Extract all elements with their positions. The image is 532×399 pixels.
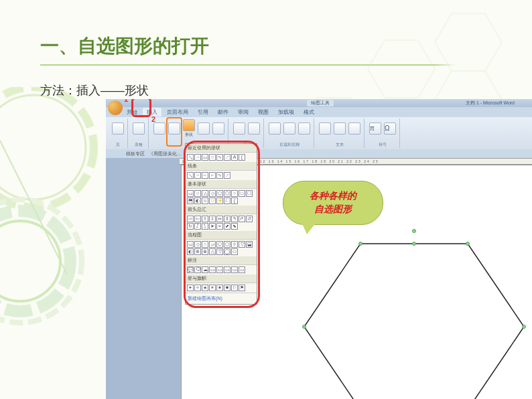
shape-item[interactable]: ○ <box>194 190 201 197</box>
shape-item[interactable]: ⬡ <box>224 241 230 248</box>
rotation-handle[interactable] <box>412 229 416 233</box>
shape-item[interactable]: ◇ <box>209 190 216 197</box>
tab-review[interactable]: 审阅 <box>234 108 253 116</box>
hyperlink-button[interactable] <box>232 118 246 139</box>
shape-item[interactable]: ◐ <box>187 248 194 255</box>
smartart-button[interactable] <box>197 118 210 139</box>
shape-item[interactable]: ▱ <box>209 241 216 248</box>
shape-item[interactable]: ⤵ <box>202 223 208 230</box>
table-button[interactable] <box>132 118 145 139</box>
shape-item[interactable]: ⇩ <box>209 216 216 222</box>
shape-item[interactable]: ⬡ <box>224 190 230 197</box>
shape-item[interactable]: ➤ <box>209 223 216 230</box>
shape-item[interactable]: 🗨 <box>194 266 201 273</box>
shape-item[interactable]: ⌐ <box>209 172 216 179</box>
bookmark-button[interactable] <box>247 118 261 139</box>
shape-item[interactable]: ＼ <box>187 172 194 179</box>
shape-item[interactable]: ⬭ <box>239 190 245 197</box>
shape-item[interactable]: ⬓ <box>246 241 253 248</box>
shape-item[interactable]: ⬊ <box>231 223 238 230</box>
shape-item[interactable]: ▽ <box>239 241 245 248</box>
shape-item[interactable]: ○ <box>231 190 238 197</box>
shape-item[interactable]: ⬈ <box>224 223 230 230</box>
shapes-button[interactable]: 形状 <box>182 118 196 139</box>
header-button[interactable] <box>268 118 281 139</box>
shape-item[interactable]: ⚐ <box>231 285 238 291</box>
shape-item[interactable]: ⇨ <box>187 216 194 222</box>
shape-item[interactable]: ✷ <box>216 285 223 291</box>
shape-item[interactable]: ✦ <box>187 285 194 291</box>
tab-format[interactable]: 格式 <box>300 108 318 116</box>
shape-item[interactable]: ⬒ <box>187 197 194 204</box>
selection-handle[interactable] <box>466 242 470 246</box>
shape-item[interactable]: △ <box>209 248 216 255</box>
tab-mailings[interactable]: 邮件 <box>214 108 232 116</box>
shape-item[interactable]: 💬 <box>187 266 194 273</box>
shape-item[interactable]: ▽ <box>216 248 223 255</box>
tab-view[interactable]: 视图 <box>254 108 273 116</box>
shape-item[interactable]: ⬠ <box>216 241 223 248</box>
qat-item[interactable]: 模板专区 <box>126 151 145 157</box>
shape-item[interactable]: ▭ <box>187 241 194 248</box>
shape-item[interactable]: ◐ <box>194 197 201 204</box>
shape-item[interactable]: ✸ <box>224 285 230 291</box>
chart-button[interactable] <box>212 118 225 139</box>
shape-item[interactable]: ▭ <box>209 266 216 273</box>
shape-item[interactable]: ☾ <box>224 197 230 204</box>
shape-item[interactable]: ★ <box>202 285 208 291</box>
shape-item[interactable]: ➢ <box>216 223 223 230</box>
shape-item[interactable]: ↺ <box>246 216 253 222</box>
shape-item[interactable]: ✧ <box>194 285 201 291</box>
shape-item[interactable]: ♡ <box>209 197 216 204</box>
shape-item[interactable]: ▭ <box>239 266 245 273</box>
footer-button[interactable] <box>283 118 296 139</box>
shape-item[interactable]: ⚡ <box>216 197 223 204</box>
shape-text-icon[interactable]: A <box>231 154 238 161</box>
shape-item[interactable]: ▭ <box>216 266 223 273</box>
shape-item[interactable]: ⇧ <box>202 216 208 222</box>
shape-oval-icon[interactable]: ○ <box>209 154 216 161</box>
shape-item[interactable]: ◇ <box>194 241 201 248</box>
shape-item[interactable]: ▭ <box>187 190 194 197</box>
shape-item[interactable]: ↱ <box>239 216 245 222</box>
shape-item[interactable]: ⇕ <box>224 216 230 222</box>
shape-item[interactable]: ☁ <box>202 266 208 273</box>
shape-item[interactable]: ⤴ <box>194 223 201 230</box>
selection-handle[interactable] <box>412 242 416 246</box>
shape-line-icon[interactable]: ＼ <box>187 154 194 161</box>
shape-rect-icon[interactable]: ▭ <box>202 154 208 161</box>
selection-handle[interactable] <box>358 242 362 246</box>
cover-page-button[interactable] <box>111 118 125 139</box>
shape-item[interactable]: ↻ <box>187 223 194 230</box>
shape-item[interactable]: ▭ <box>231 266 238 273</box>
hexagon-shape-selected[interactable] <box>300 240 528 399</box>
shape-item[interactable]: ◯ <box>224 248 230 255</box>
dropcap-button[interactable] <box>348 118 361 139</box>
shape-item[interactable]: ⇔ <box>216 216 223 222</box>
shape-item[interactable]: ( <box>231 197 238 204</box>
selection-handle[interactable] <box>302 325 306 329</box>
shape-item[interactable]: ○ <box>202 241 208 248</box>
tab-layout[interactable]: 页面布局 <box>163 108 192 116</box>
shape-item[interactable]: ∿ <box>216 172 223 179</box>
equation-button[interactable]: π <box>369 118 382 139</box>
tab-addins[interactable]: 加载项 <box>274 108 298 116</box>
qat-item[interactable]: 《用图形美化... <box>149 151 181 157</box>
office-button[interactable] <box>108 100 123 115</box>
pagenum-button[interactable] <box>297 118 311 139</box>
shape-item[interactable]: ◊ <box>231 241 238 248</box>
selection-handle[interactable] <box>522 325 526 329</box>
shape-item[interactable]: ⬠ <box>216 190 223 197</box>
shape-item[interactable]: ⇦ <box>194 216 201 222</box>
shape-item[interactable]: ⊗ <box>202 248 208 255</box>
shape-item[interactable]: ▭ <box>224 266 230 273</box>
new-canvas-link[interactable]: 新建绘图画布(N) <box>186 293 257 304</box>
shape-arrow-icon[interactable]: → <box>194 154 201 161</box>
shape-item[interactable]: ⊕ <box>194 248 201 255</box>
shape-curve-icon[interactable]: ∿ <box>216 154 223 161</box>
symbol-button[interactable]: Ω <box>383 118 397 139</box>
shape-brace-icon[interactable]: { <box>239 154 245 161</box>
shape-item[interactable]: ☺ <box>202 197 208 204</box>
shape-item[interactable]: ↔ <box>202 172 208 179</box>
wordart-button[interactable] <box>333 118 346 139</box>
